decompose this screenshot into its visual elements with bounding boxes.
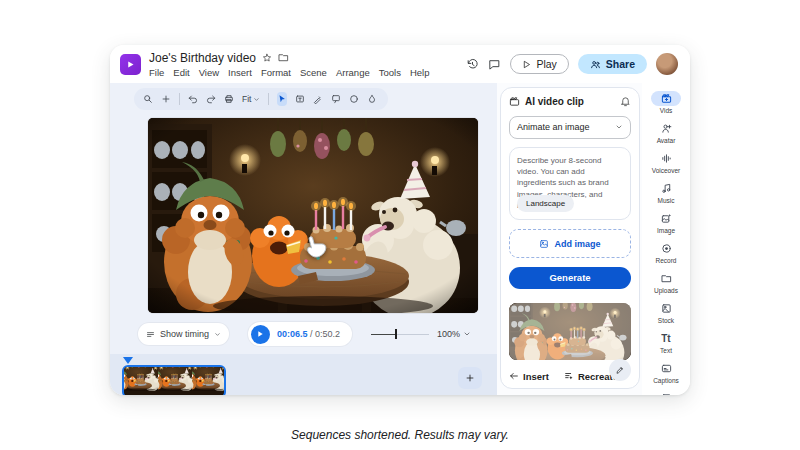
generation-mode-dropdown[interactable]: Animate an image bbox=[509, 116, 631, 139]
sidebar-item-stock[interactable]: Stock bbox=[642, 298, 690, 328]
sidebar-item-avatar[interactable]: Avatar bbox=[642, 118, 690, 148]
clapper-plus-icon bbox=[651, 91, 681, 106]
zoom-in-icon[interactable] bbox=[161, 92, 171, 106]
sidebar-item-vids[interactable]: Vids bbox=[642, 88, 690, 118]
star-icon[interactable] bbox=[262, 53, 272, 63]
window-header: Joe's Birthday video File Edit View Inse… bbox=[110, 45, 690, 83]
pen-icon bbox=[615, 365, 625, 375]
zoom-search-icon[interactable] bbox=[143, 92, 153, 106]
chevron-down-icon bbox=[214, 331, 221, 338]
sidebar-item-voiceover[interactable]: Voiceover bbox=[642, 148, 690, 178]
video-preview[interactable] bbox=[148, 118, 478, 313]
select-cursor-icon[interactable] bbox=[277, 92, 287, 106]
image-icon bbox=[539, 239, 549, 249]
menu-arrange[interactable]: Arrange bbox=[336, 67, 370, 78]
share-button[interactable]: Share bbox=[578, 54, 647, 74]
person-plus-icon bbox=[651, 121, 681, 136]
playback-controls: Show timing 00:06.5 / 0:50.2 bbox=[110, 322, 497, 346]
timing-icon bbox=[146, 330, 155, 339]
pen-tool-icon[interactable] bbox=[313, 92, 323, 106]
sidebar-item-text[interactable]: Tt Text bbox=[642, 328, 690, 358]
user-avatar[interactable] bbox=[656, 53, 678, 75]
insert-button[interactable]: Insert bbox=[509, 371, 549, 382]
puppet-scene-image bbox=[148, 118, 478, 313]
timeline-strip bbox=[110, 354, 497, 395]
comments-icon[interactable] bbox=[488, 58, 501, 71]
menu-format[interactable]: Format bbox=[261, 67, 291, 78]
waveform-icon bbox=[651, 151, 681, 166]
undo-icon[interactable] bbox=[188, 92, 198, 106]
captions-icon bbox=[651, 361, 681, 376]
generate-button[interactable]: Generate bbox=[509, 267, 631, 289]
menu-scene[interactable]: Scene bbox=[300, 67, 327, 78]
rewrite-sparkle-icon bbox=[564, 371, 574, 381]
print-icon[interactable] bbox=[224, 92, 234, 106]
zoom-level-dropdown[interactable]: 100% bbox=[437, 329, 471, 339]
menubar: File Edit View Insert Format Scene Arran… bbox=[149, 67, 429, 78]
redo-icon[interactable] bbox=[206, 92, 216, 106]
play-preview-button[interactable]: Play bbox=[510, 54, 568, 74]
templates-icon bbox=[651, 391, 681, 395]
menu-edit[interactable]: Edit bbox=[173, 67, 189, 78]
show-timing-dropdown[interactable]: Show timing bbox=[138, 323, 229, 345]
timeline-zoom-slider[interactable] bbox=[371, 329, 429, 339]
text-box-icon[interactable] bbox=[295, 92, 305, 106]
bell-icon[interactable] bbox=[620, 96, 631, 107]
sidebar-item-record[interactable]: Record bbox=[642, 238, 690, 268]
pen-feedback-button[interactable] bbox=[609, 359, 631, 381]
add-image-button[interactable]: Add image bbox=[509, 229, 631, 258]
menu-help[interactable]: Help bbox=[410, 67, 430, 78]
shape-icon[interactable] bbox=[349, 92, 359, 106]
hand-cursor-icon bbox=[300, 230, 330, 260]
menu-insert[interactable]: Insert bbox=[228, 67, 252, 78]
sidebar-item-templates[interactable]: Templates bbox=[642, 388, 690, 395]
clapper-icon bbox=[509, 96, 520, 107]
insert-sidebar: Vids Avatar Voiceover Music Image Record bbox=[642, 83, 690, 395]
music-note-icon bbox=[651, 181, 681, 196]
menu-file[interactable]: File bbox=[149, 67, 164, 78]
version-history-icon[interactable] bbox=[466, 58, 479, 71]
aspect-ratio-chip[interactable]: Landscape bbox=[517, 195, 574, 212]
sidebar-item-captions[interactable]: Captions bbox=[642, 358, 690, 388]
document-title[interactable]: Joe's Birthday video bbox=[149, 51, 256, 65]
disclaimer-caption: Sequences shortened. Results may vary. bbox=[0, 428, 800, 442]
ai-video-clip-panel: AI video clip Animate an image Describe … bbox=[500, 87, 640, 389]
move-folder-icon[interactable] bbox=[278, 52, 289, 63]
chevron-down-icon bbox=[615, 123, 623, 131]
adjust-icon[interactable] bbox=[367, 92, 377, 106]
panel-title: AI video clip bbox=[525, 96, 584, 107]
chevron-down-icon bbox=[463, 330, 471, 338]
add-scene-button[interactable] bbox=[458, 367, 482, 389]
generated-clip-thumbnail[interactable] bbox=[509, 303, 631, 360]
folder-icon bbox=[651, 271, 681, 286]
feedback-icon[interactable] bbox=[331, 92, 341, 106]
record-icon bbox=[651, 241, 681, 256]
image-sparkle-icon bbox=[651, 211, 681, 226]
timestamp: 00:06.5 / 0:50.2 bbox=[277, 329, 340, 339]
menu-view[interactable]: View bbox=[199, 67, 219, 78]
sidebar-item-music[interactable]: Music bbox=[642, 178, 690, 208]
play-button[interactable] bbox=[251, 325, 270, 344]
text-icon: Tt bbox=[651, 331, 681, 346]
people-icon bbox=[590, 59, 601, 70]
toolbar: Fit bbox=[134, 88, 388, 110]
vids-app-logo-icon[interactable] bbox=[120, 54, 141, 75]
menu-tools[interactable]: Tools bbox=[379, 67, 401, 78]
playhead-marker[interactable] bbox=[123, 357, 133, 364]
zoom-fit-dropdown[interactable]: Fit bbox=[242, 94, 260, 104]
app-window: Joe's Birthday video File Edit View Inse… bbox=[110, 45, 690, 395]
sidebar-item-image[interactable]: Image bbox=[642, 208, 690, 238]
scene-filmstrip-thumbnail[interactable] bbox=[122, 365, 226, 395]
sidebar-item-uploads[interactable]: Uploads bbox=[642, 268, 690, 298]
editor-canvas: Fit Show timing bbox=[110, 83, 497, 395]
prompt-input[interactable]: Describe your 8-second video. You can ad… bbox=[509, 147, 631, 220]
arrow-left-icon bbox=[509, 371, 519, 381]
photo-icon bbox=[651, 301, 681, 316]
